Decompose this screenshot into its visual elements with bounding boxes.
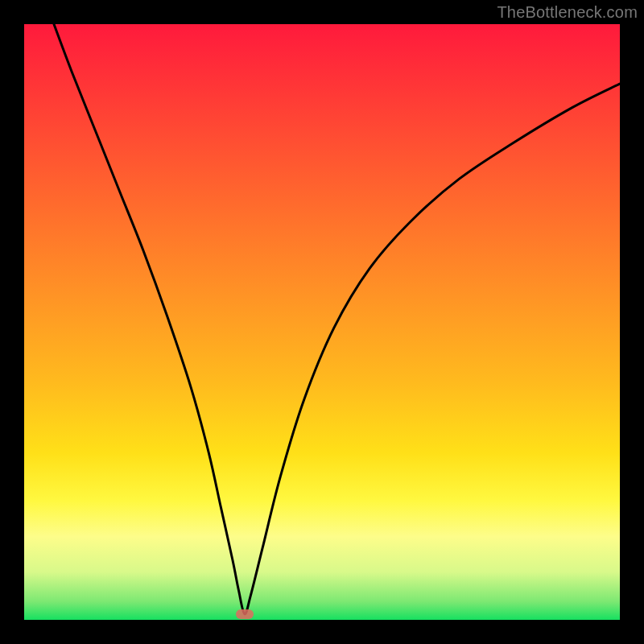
watermark-text: TheBottleneck.com xyxy=(497,3,638,22)
bottleneck-curve xyxy=(24,24,620,620)
optimal-point-marker xyxy=(236,609,254,619)
chart-frame: TheBottleneck.com xyxy=(0,0,644,644)
plot-area xyxy=(24,24,620,620)
